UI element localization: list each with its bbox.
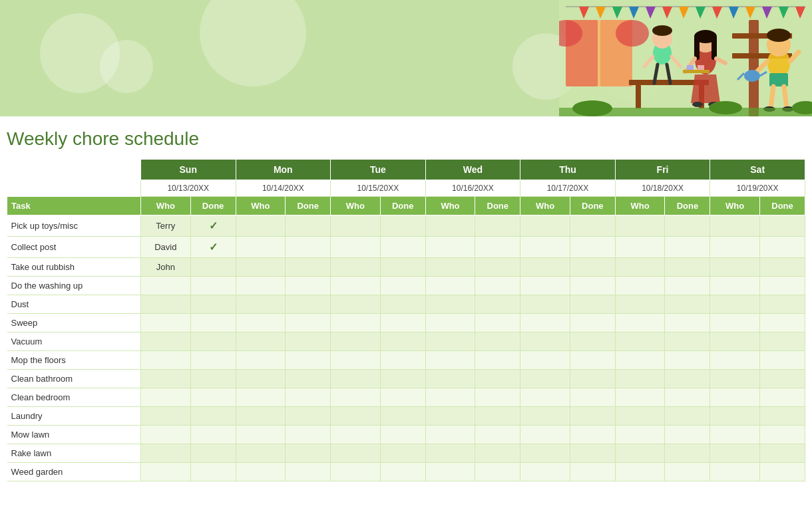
table-row: Vacuum	[7, 332, 805, 351]
tuesday-who-cell	[331, 332, 381, 351]
friday-who-cell	[615, 370, 665, 388]
tuesday-done-cell	[380, 407, 425, 426]
friday-done-cell	[665, 444, 710, 463]
saturday-who-cell	[710, 277, 760, 295]
svg-rect-41	[683, 70, 710, 73]
thursday-who-cell	[520, 407, 570, 426]
sunday-who-cell	[140, 370, 190, 388]
wednesday-done-cell	[475, 463, 520, 481]
day-sun: Sun	[140, 160, 236, 180]
svg-rect-35	[711, 37, 717, 60]
saturday-done-cell	[760, 332, 805, 351]
thu-who-label: Who	[520, 197, 570, 215]
svg-point-62	[709, 101, 742, 114]
wednesday-done-cell	[475, 295, 520, 314]
tue-who-label: Who	[331, 197, 381, 215]
friday-done-cell	[665, 237, 710, 258]
svg-marker-38	[691, 74, 720, 103]
sat-done-label: Done	[760, 197, 805, 215]
thursday-done-cell	[570, 388, 615, 407]
sunday-done-cell	[190, 463, 236, 481]
table-row: Collect postDavid✓	[7, 237, 805, 258]
wed-done-label: Done	[475, 197, 520, 215]
table-row: Mow lawn	[7, 426, 805, 444]
saturday-who-cell	[710, 463, 760, 481]
friday-done-cell	[665, 463, 710, 481]
tuesday-done-cell	[380, 351, 425, 370]
task-name-cell: Do the washing up	[7, 277, 141, 295]
thursday-done-cell	[570, 407, 615, 426]
day-wed: Wed	[425, 160, 520, 180]
date-fri: 10/18/20XX	[615, 180, 710, 197]
thursday-done-cell	[570, 237, 615, 258]
svg-line-52	[784, 86, 787, 108]
sunday-done-cell: ✓	[190, 237, 236, 258]
task-name-cell: Mop the floors	[7, 351, 141, 370]
wednesday-who-cell	[425, 237, 475, 258]
monday-who-cell	[236, 332, 286, 351]
friday-done-cell	[665, 215, 710, 237]
saturday-done-cell	[760, 314, 805, 332]
sunday-who-cell	[140, 314, 190, 332]
sunday-done-cell	[190, 370, 236, 388]
svg-rect-42	[687, 65, 694, 70]
fri-done-label: Done	[665, 197, 710, 215]
friday-done-cell	[665, 295, 710, 314]
svg-rect-43	[698, 65, 704, 70]
tuesday-done-cell	[380, 388, 425, 407]
wednesday-who-cell	[425, 463, 475, 481]
date-row: 10/13/20XX 10/14/20XX 10/15/20XX 10/16/2…	[7, 180, 805, 197]
table-row: Laundry	[7, 407, 805, 426]
tuesday-who-cell	[331, 295, 381, 314]
tuesday-who-cell	[331, 407, 381, 426]
thursday-who-cell	[520, 388, 570, 407]
checkmark-icon: ✓	[209, 241, 218, 253]
task-name-cell: Sweep	[7, 314, 141, 332]
wednesday-who-cell	[425, 295, 475, 314]
saturday-who-cell	[710, 370, 760, 388]
monday-who-cell	[236, 258, 286, 277]
saturday-done-cell	[760, 463, 805, 481]
wednesday-who-cell	[425, 258, 475, 277]
table-row: Sweep	[7, 314, 805, 332]
wednesday-done-cell	[475, 215, 520, 237]
friday-who-cell	[615, 463, 665, 481]
tuesday-done-cell	[380, 215, 425, 237]
friday-who-cell	[615, 295, 665, 314]
tuesday-who-cell	[331, 314, 381, 332]
date-mon: 10/14/20XX	[236, 180, 331, 197]
tuesday-who-cell	[331, 237, 381, 258]
monday-who-cell	[236, 388, 286, 407]
monday-who-cell	[236, 463, 286, 481]
friday-who-cell	[615, 444, 665, 463]
day-header-row: Sun Mon Tue Wed Thu Fri Sat	[7, 160, 805, 180]
monday-who-cell	[236, 444, 286, 463]
tuesday-who-cell	[331, 426, 381, 444]
monday-who-cell	[236, 215, 286, 237]
monday-done-cell	[286, 463, 331, 481]
svg-rect-34	[694, 37, 700, 60]
thursday-who-cell	[520, 277, 570, 295]
sunday-who-cell	[140, 332, 190, 351]
date-sat: 10/19/20XX	[710, 180, 805, 197]
thursday-done-cell	[570, 370, 615, 388]
schedule-table: Sun Mon Tue Wed Thu Fri Sat 10/13/20XX 1…	[7, 159, 805, 481]
sunday-who-cell	[140, 388, 190, 407]
sunday-who-cell: Terry	[140, 215, 190, 237]
saturday-done-cell	[760, 295, 805, 314]
task-name-cell: Clean bathroom	[7, 370, 141, 388]
sunday-who-cell	[140, 277, 190, 295]
date-sun: 10/13/20XX	[140, 180, 236, 197]
friday-done-cell	[665, 388, 710, 407]
thursday-done-cell	[570, 215, 615, 237]
tuesday-done-cell	[380, 277, 425, 295]
wednesday-who-cell	[425, 426, 475, 444]
saturday-done-cell	[760, 407, 805, 426]
friday-who-cell	[615, 258, 665, 277]
table-row: Clean bedroom	[7, 388, 805, 407]
date-tue: 10/15/20XX	[331, 180, 426, 197]
wednesday-done-cell	[475, 237, 520, 258]
thursday-done-cell	[570, 258, 615, 277]
tuesday-done-cell	[380, 237, 425, 258]
saturday-who-cell	[710, 215, 760, 237]
